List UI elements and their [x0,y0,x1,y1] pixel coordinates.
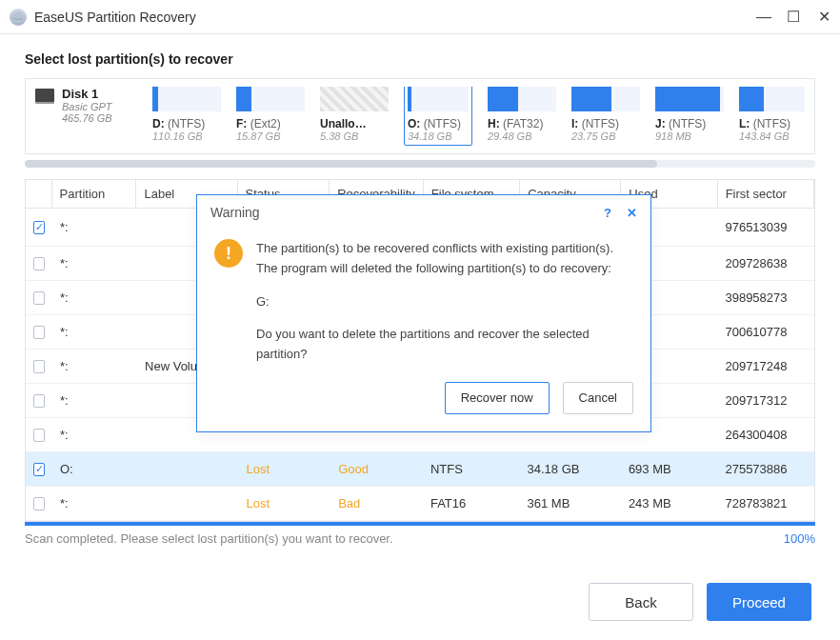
dialog-message-1: The partition(s) to be recovered conflic… [256,239,633,279]
col-firstsect[interactable]: First sector [718,180,814,208]
row-first-sector: 264300408 [717,418,814,451]
dialog-message-2: Do you want to delete the partitions and… [256,325,633,365]
dialog-drive-list: G: [256,292,633,312]
row-partition: *: [52,209,137,246]
row-partition: *: [52,487,137,520]
row-used: 243 MB [621,487,718,520]
row-checkbox[interactable] [33,221,45,234]
table-row[interactable]: O:LostGoodNTFS34.18 GB693 MB275573886 [26,452,814,487]
row-first-sector: 728783821 [717,487,814,520]
minimize-button[interactable]: — [756,10,770,25]
row-first-sector: 700610778 [717,315,814,349]
row-checkbox[interactable] [33,429,45,442]
partition-strip: Disk 1 Basic GPT 465.76 GB D: (NTFS)110.… [25,78,815,154]
row-partition: *: [52,418,137,451]
row-first-sector: 209728638 [717,247,814,280]
disk-info: Disk 1 Basic GPT 465.76 GB [35,87,135,124]
title-bar: EaseUS Partition Recovery — ☐ ✕ [0,0,840,34]
disk-size: 465.76 GB [62,112,112,124]
dialog-title: Warning [210,205,260,220]
row-partition: *: [52,315,137,349]
warning-dialog: Warning ? ✕ ! The partition(s) to be rec… [196,194,651,432]
row-capacity: 361 MB [520,487,621,520]
row-first-sector: 976513039 [717,209,814,246]
page-heading: Select lost partition(s) to recover [25,51,815,67]
row-label [137,452,238,486]
row-partition: *: [52,281,137,314]
scan-progress-bar [25,522,815,526]
partition-card[interactable]: J: (NTFS)918 MB [655,87,724,146]
row-label [137,487,238,520]
disk-type: Basic GPT [62,101,112,112]
row-checkbox[interactable] [33,326,45,339]
cancel-button[interactable]: Cancel [563,382,633,414]
row-recoverability: Good [330,452,423,486]
row-checkbox[interactable] [33,497,45,510]
row-checkbox[interactable] [33,360,45,373]
row-first-sector: 209717312 [717,384,814,417]
row-recoverability: Bad [330,487,423,520]
col-partition[interactable]: Partition [52,180,137,208]
proceed-button[interactable]: Proceed [707,583,811,621]
row-checkbox[interactable] [33,257,45,270]
partition-card[interactable]: L: (NTFS)143.84 GB [739,87,805,146]
row-filesystem: FAT16 [423,487,520,520]
row-status: Lost [238,487,330,520]
row-partition: *: [52,247,137,280]
dialog-close-icon[interactable]: ✕ [627,206,637,220]
recover-now-button[interactable]: Recover now [445,382,550,414]
row-used: 693 MB [621,452,718,486]
row-partition: O: [52,452,137,486]
back-button[interactable]: Back [589,583,693,621]
partition-card[interactable]: I: (NTFS)23.75 GB [571,87,640,146]
status-percent: 100% [784,531,815,546]
row-first-sector: 398958273 [717,281,814,314]
row-checkbox[interactable] [33,394,45,408]
row-first-sector: 275573886 [717,452,814,486]
disk-icon [35,89,54,102]
strip-scrollbar[interactable] [25,160,815,168]
row-checkbox[interactable] [33,291,45,305]
svg-point-0 [12,11,24,23]
row-partition: *: [52,384,137,417]
close-button[interactable]: ✕ [817,10,830,25]
row-status: Lost [238,452,330,486]
app-icon [10,9,27,26]
partition-card[interactable]: D: (NTFS)110.16 GB [152,87,221,146]
row-checkbox[interactable] [33,463,45,476]
row-first-sector: 209717248 [717,350,814,383]
warning-icon: ! [214,239,243,268]
app-title: EaseUS Partition Recovery [34,10,196,25]
row-filesystem: NTFS [423,452,520,486]
maximize-button[interactable]: ☐ [787,10,800,25]
status-message: Scan completed. Please select lost parti… [25,531,393,546]
row-partition: *: [52,350,137,383]
partition-card[interactable]: F: (Ext2)15.87 GB [236,87,305,146]
disk-name: Disk 1 [62,87,112,101]
row-capacity: 34.18 GB [520,452,621,486]
help-icon[interactable]: ? [604,206,611,220]
partition-card[interactable]: O: (NTFS)34.18 GB [404,87,472,146]
partition-card[interactable]: Unallo… 5.38 GB [320,87,389,146]
table-row[interactable]: *:LostBadFAT16361 MB243 MB728783821 [26,487,814,521]
partition-card[interactable]: H: (FAT32)29.48 GB [488,87,556,146]
